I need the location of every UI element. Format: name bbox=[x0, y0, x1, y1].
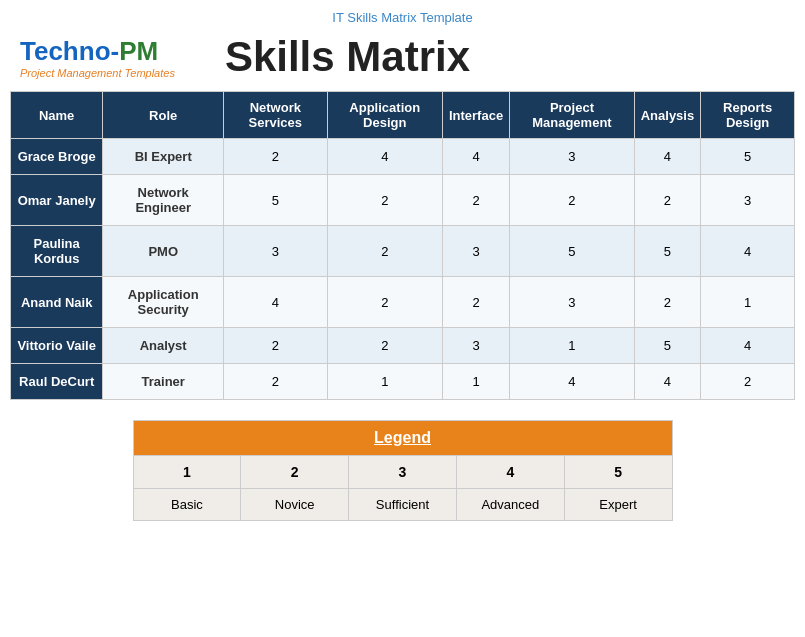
cell-role: Trainer bbox=[103, 364, 224, 400]
cell-value: 2 bbox=[634, 277, 700, 328]
legend-container: Legend 12345 BasicNoviceSufficientAdvanc… bbox=[133, 420, 673, 521]
table-header-row: Name Role Network Services Application D… bbox=[11, 92, 795, 139]
cell-value: 2 bbox=[224, 364, 327, 400]
cell-value: 3 bbox=[224, 226, 327, 277]
logo-part1: Techno- bbox=[20, 36, 119, 66]
table-row: Omar JanelyNetwork Engineer522223 bbox=[11, 175, 795, 226]
cell-value: 3 bbox=[442, 226, 509, 277]
skills-matrix-table: Name Role Network Services Application D… bbox=[10, 91, 795, 400]
col-header-network: Network Services bbox=[224, 92, 327, 139]
cell-value: 4 bbox=[634, 364, 700, 400]
legend-label: Basic bbox=[134, 489, 242, 520]
cell-value: 2 bbox=[634, 175, 700, 226]
cell-value: 5 bbox=[224, 175, 327, 226]
cell-role: PMO bbox=[103, 226, 224, 277]
cell-value: 4 bbox=[442, 139, 509, 175]
cell-value: 5 bbox=[510, 226, 635, 277]
cell-value: 2 bbox=[701, 364, 795, 400]
table-row: Grace BrogeBI Expert244345 bbox=[11, 139, 795, 175]
main-heading: Skills Matrix bbox=[225, 33, 470, 81]
logo-text: Techno-PM bbox=[20, 36, 175, 67]
cell-value: 2 bbox=[442, 175, 509, 226]
cell-value: 2 bbox=[327, 226, 442, 277]
legend-number: 1 bbox=[134, 456, 242, 488]
cell-value: 2 bbox=[224, 328, 327, 364]
cell-value: 3 bbox=[510, 139, 635, 175]
cell-value: 5 bbox=[701, 139, 795, 175]
legend-label: Novice bbox=[241, 489, 349, 520]
table-row: Raul DeCurtTrainer211442 bbox=[11, 364, 795, 400]
cell-value: 2 bbox=[327, 328, 442, 364]
table-row: Paulina KordusPMO323554 bbox=[11, 226, 795, 277]
cell-value: 1 bbox=[701, 277, 795, 328]
cell-value: 2 bbox=[442, 277, 509, 328]
cell-value: 4 bbox=[510, 364, 635, 400]
table-row: Vittorio VaileAnalyst223154 bbox=[11, 328, 795, 364]
col-header-app-design: Application Design bbox=[327, 92, 442, 139]
col-header-reports: Reports Design bbox=[701, 92, 795, 139]
cell-value: 3 bbox=[510, 277, 635, 328]
cell-name: Raul DeCurt bbox=[11, 364, 103, 400]
col-header-pm: Project Management bbox=[510, 92, 635, 139]
cell-value: 1 bbox=[442, 364, 509, 400]
cell-value: 1 bbox=[327, 364, 442, 400]
cell-name: Grace Broge bbox=[11, 139, 103, 175]
page-title: IT Skills Matrix Template bbox=[10, 10, 795, 25]
logo-area: Techno-PM Project Management Templates bbox=[20, 36, 175, 79]
legend-number: 3 bbox=[349, 456, 457, 488]
cell-value: 2 bbox=[327, 175, 442, 226]
legend-label: Advanced bbox=[457, 489, 565, 520]
table-row: Anand NaikApplication Security422321 bbox=[11, 277, 795, 328]
col-header-analysis: Analysis bbox=[634, 92, 700, 139]
header-area: Techno-PM Project Management Templates S… bbox=[10, 33, 795, 81]
col-header-interface: Interface bbox=[442, 92, 509, 139]
cell-name: Omar Janely bbox=[11, 175, 103, 226]
legend-title: Legend bbox=[134, 421, 672, 455]
cell-value: 3 bbox=[442, 328, 509, 364]
cell-value: 1 bbox=[510, 328, 635, 364]
legend-label: Expert bbox=[565, 489, 672, 520]
logo-part2: PM bbox=[119, 36, 158, 66]
col-header-name: Name bbox=[11, 92, 103, 139]
legend-number: 2 bbox=[241, 456, 349, 488]
cell-value: 4 bbox=[634, 139, 700, 175]
cell-value: 2 bbox=[224, 139, 327, 175]
cell-role: BI Expert bbox=[103, 139, 224, 175]
legend-numbers-row: 12345 bbox=[134, 455, 672, 488]
cell-value: 5 bbox=[634, 226, 700, 277]
legend-number: 4 bbox=[457, 456, 565, 488]
cell-value: 2 bbox=[510, 175, 635, 226]
cell-name: Vittorio Vaile bbox=[11, 328, 103, 364]
cell-value: 4 bbox=[701, 226, 795, 277]
cell-role: Application Security bbox=[103, 277, 224, 328]
col-header-role: Role bbox=[103, 92, 224, 139]
legend-labels-row: BasicNoviceSufficientAdvancedExpert bbox=[134, 488, 672, 520]
legend-number: 5 bbox=[565, 456, 672, 488]
cell-value: 3 bbox=[701, 175, 795, 226]
cell-role: Analyst bbox=[103, 328, 224, 364]
cell-name: Anand Naik bbox=[11, 277, 103, 328]
cell-role: Network Engineer bbox=[103, 175, 224, 226]
cell-value: 5 bbox=[634, 328, 700, 364]
logo-subtitle: Project Management Templates bbox=[20, 67, 175, 79]
cell-value: 4 bbox=[327, 139, 442, 175]
cell-value: 4 bbox=[701, 328, 795, 364]
cell-value: 4 bbox=[224, 277, 327, 328]
cell-name: Paulina Kordus bbox=[11, 226, 103, 277]
legend-label: Sufficient bbox=[349, 489, 457, 520]
cell-value: 2 bbox=[327, 277, 442, 328]
